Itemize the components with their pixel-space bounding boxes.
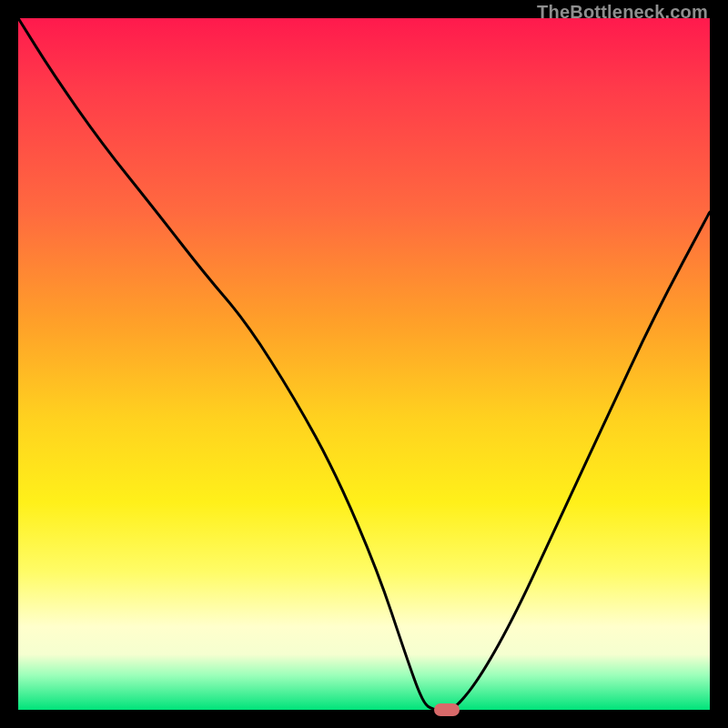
chart-plot-area: [18, 18, 710, 710]
watermark-text: TheBottleneck.com: [537, 2, 708, 23]
optimal-marker: [434, 703, 460, 716]
chart-frame: TheBottleneck.com: [0, 0, 728, 728]
